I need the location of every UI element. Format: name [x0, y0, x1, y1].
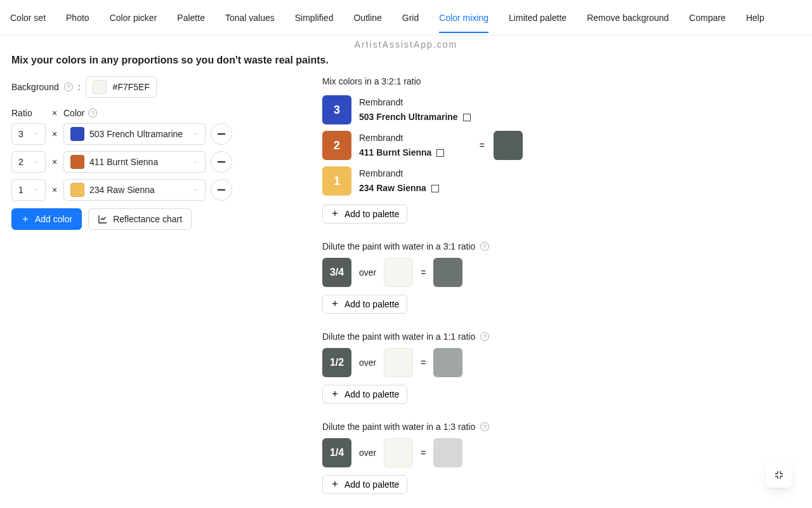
mix-part: 1Rembrandt234 Raw Sienna	[322, 166, 471, 196]
tab-remove-background[interactable]: Remove background	[587, 3, 669, 33]
ratio-header: Ratio	[11, 108, 46, 118]
color-header: Color	[63, 108, 84, 118]
minus-icon	[218, 189, 225, 190]
compress-icon	[774, 470, 784, 480]
add-to-palette-button[interactable]: Add to palette	[322, 385, 407, 404]
chart-icon	[98, 214, 108, 224]
add-color-button[interactable]: Add color	[11, 208, 82, 230]
main-tabs: Color setPhotoColor pickerPaletteTonal v…	[0, 0, 812, 36]
x-header: ×	[51, 108, 58, 118]
dilute-title: Dilute the paint with water in a 3:1 rat…	[322, 241, 475, 251]
over-text: over	[359, 448, 376, 458]
ratio-box: 1	[322, 166, 351, 196]
add-to-palette-button[interactable]: Add to palette	[322, 475, 407, 494]
equals-sign: =	[480, 140, 485, 150]
paint-name: 234 Raw Sienna	[359, 182, 439, 195]
mix-part: 2Rembrandt411 Burnt Sienna	[322, 131, 471, 160]
over-text: over	[359, 358, 376, 368]
equals-sign: =	[421, 358, 426, 368]
over-text: over	[359, 267, 376, 277]
plus-icon	[331, 299, 339, 310]
paint-name: 411 Burnt Sienna	[359, 146, 444, 159]
help-icon[interactable]: ?	[480, 422, 489, 431]
brand: ArtistAssistApp.com	[0, 36, 812, 50]
ratio-select[interactable]: 1	[11, 179, 46, 201]
background-label: Background	[11, 82, 59, 92]
paint-name: 503 French Ultramarine	[359, 110, 471, 124]
dilute-title: Dilute the paint with water in a 1:1 rat…	[322, 331, 475, 342]
mix-input-row: 3×503 French Ultramarine	[11, 123, 259, 145]
fraction-box: 3/4	[322, 258, 351, 287]
brand-text: Rembrandt	[359, 96, 471, 109]
bg-swatch	[384, 258, 413, 287]
ratio-select[interactable]: 3	[11, 123, 46, 145]
ratio-box: 3	[322, 95, 351, 124]
ratio-select[interactable]: 2	[11, 151, 46, 173]
tab-compare[interactable]: Compare	[689, 3, 726, 33]
mix-input-row: 2×411 Burnt Sienna	[11, 151, 259, 173]
fullscreen-button[interactable]	[766, 462, 792, 488]
tab-tonal-values[interactable]: Tonal values	[225, 3, 275, 33]
tab-palette[interactable]: Palette	[177, 3, 205, 33]
brand-text: Rembrandt	[359, 131, 444, 145]
tab-simplified[interactable]: Simplified	[295, 3, 334, 33]
help-icon[interactable]: ?	[480, 332, 489, 341]
dilute-title: Dilute the paint with water in a 1:3 rat…	[322, 422, 475, 432]
tab-limited-palette[interactable]: Limited palette	[509, 3, 566, 33]
remove-button[interactable]	[211, 179, 232, 201]
tab-outline[interactable]: Outline	[353, 3, 381, 33]
dilute-section: Dilute the paint with water in a 3:1 rat…	[322, 241, 801, 331]
tab-color-picker[interactable]: Color picker	[110, 3, 157, 33]
ratio-box: 2	[322, 131, 351, 160]
mix-title: Mix colors in a 3:2:1 ratio	[322, 76, 801, 86]
background-swatch	[93, 80, 107, 94]
color-select[interactable]: 411 Burnt Sienna	[63, 151, 206, 173]
equals-sign: =	[421, 267, 426, 277]
brand-text: Rembrandt	[359, 167, 439, 180]
plus-icon	[331, 389, 339, 400]
x-sep: ×	[51, 129, 58, 139]
fraction-box: 1/2	[322, 348, 351, 377]
dilute-section: Dilute the paint with water in a 1:3 rat…	[322, 422, 801, 508]
tab-help[interactable]: Help	[746, 3, 764, 33]
mix-input-row: 1×234 Raw Sienna	[11, 179, 259, 201]
tab-color-set[interactable]: Color set	[10, 3, 46, 33]
remove-button[interactable]	[211, 151, 232, 173]
plus-icon	[21, 215, 30, 224]
bg-swatch	[384, 348, 413, 377]
plus-icon	[331, 209, 339, 220]
remove-button[interactable]	[211, 123, 232, 145]
square-icon	[436, 149, 444, 157]
color-select[interactable]: 234 Raw Sienna	[63, 179, 206, 201]
color-select[interactable]: 503 French Ultramarine	[63, 123, 206, 145]
dilute-section: Dilute the paint with water in a 1:1 rat…	[322, 331, 801, 422]
tab-grid[interactable]: Grid	[402, 3, 419, 33]
x-sep: ×	[51, 157, 58, 167]
add-to-palette-button[interactable]: Add to palette	[322, 295, 407, 314]
fraction-box: 1/4	[322, 438, 351, 467]
page-heading: Mix your colors in any proportions so yo…	[0, 50, 812, 76]
help-icon[interactable]: ?	[88, 109, 97, 117]
add-to-palette-button[interactable]: Add to palette	[322, 204, 407, 224]
tab-color-mixing[interactable]: Color mixing	[439, 3, 488, 33]
mix-result-swatch	[494, 131, 523, 160]
tab-photo[interactable]: Photo	[66, 3, 89, 33]
help-icon[interactable]: ?	[480, 242, 489, 251]
dilute-result-swatch	[433, 258, 462, 287]
equals-sign: =	[421, 448, 426, 458]
dilute-result-swatch	[433, 348, 462, 377]
bg-swatch	[384, 438, 413, 467]
square-icon	[431, 185, 439, 192]
plus-icon	[331, 479, 339, 490]
background-color-input[interactable]: #F7F5EF	[86, 76, 157, 98]
dilute-result-swatch	[433, 438, 462, 467]
x-sep: ×	[51, 185, 58, 195]
minus-icon	[218, 133, 225, 135]
square-icon	[463, 114, 471, 121]
reflectance-chart-button[interactable]: Reflectance chart	[88, 208, 192, 230]
mix-part: 3Rembrandt503 French Ultramarine	[322, 95, 471, 124]
help-icon[interactable]: ?	[64, 83, 73, 91]
minus-icon	[218, 161, 225, 163]
background-hex: #F7F5EF	[113, 82, 150, 92]
